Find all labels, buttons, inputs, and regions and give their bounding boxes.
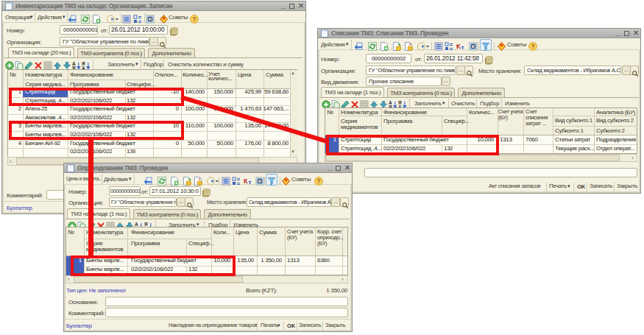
svg-text:К: К — [456, 43, 461, 50]
svg-text:?: ? — [531, 43, 534, 50]
svg-text:т: т — [461, 44, 464, 51]
svg-text:?: ? — [192, 15, 196, 23]
svg-text:т: т — [249, 179, 252, 186]
svg-text:К: К — [244, 177, 248, 185]
svg-text:?: ? — [316, 177, 320, 185]
